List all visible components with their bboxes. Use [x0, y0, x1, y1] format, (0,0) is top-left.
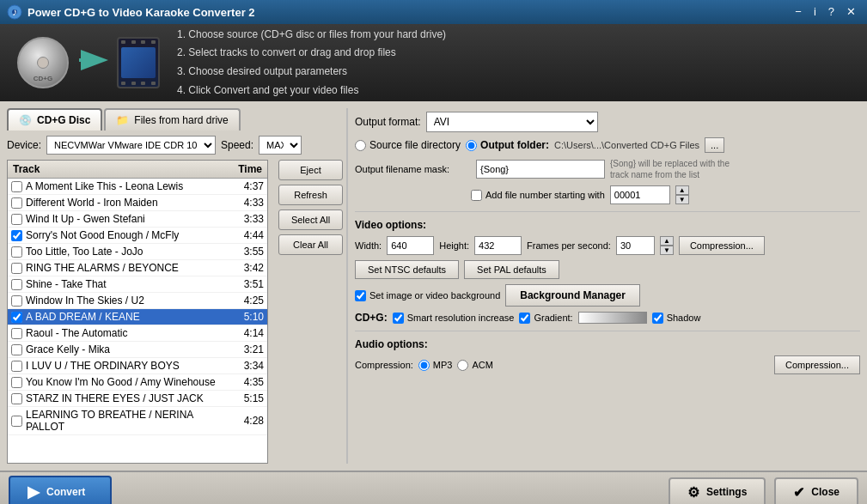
mask-input[interactable]	[476, 160, 605, 179]
track-time: 4:14	[234, 327, 264, 339]
file-number-checkbox[interactable]	[471, 190, 482, 201]
gradient-slider[interactable]	[578, 312, 647, 324]
track-checkbox[interactable]	[11, 416, 22, 427]
background-check-label[interactable]: Set image or video background	[355, 290, 500, 301]
source-dir-radio-label[interactable]: Source file directory	[355, 139, 461, 151]
track-item[interactable]: Shine - Take That 3:51	[8, 276, 267, 293]
fps-input[interactable]	[616, 236, 655, 255]
track-checkbox[interactable]	[11, 344, 22, 355]
track-item[interactable]: Different World - Iron Maiden 4:33	[8, 195, 267, 211]
background-checkbox[interactable]	[355, 290, 366, 301]
track-item[interactable]: Sorry's Not Good Enough / McFly 4:44	[8, 228, 267, 244]
track-name: STARZ IN THERE EYES / JUST JACK	[26, 392, 230, 404]
track-item[interactable]: A Moment Like This - Leona Lewis 4:37	[8, 179, 267, 195]
acm-radio[interactable]	[457, 360, 468, 371]
track-item[interactable]: STARZ IN THERE EYES / JUST JACK 5:15	[8, 391, 267, 407]
track-item[interactable]: I LUV U / THE ORDINARY BOYS 3:34	[8, 358, 267, 374]
gear-icon: ⚙	[687, 484, 699, 501]
track-checkbox[interactable]	[11, 263, 22, 274]
help-button[interactable]: ?	[824, 3, 839, 21]
browse-button[interactable]: ...	[705, 137, 724, 153]
gradient-label[interactable]: Gradient:	[519, 313, 572, 324]
ntsc-defaults-button[interactable]: Set NTSC defaults	[355, 260, 459, 279]
file-number-check-label[interactable]: Add file number starting with	[471, 190, 605, 201]
speed-label: Speed:	[221, 139, 253, 151]
audio-compression-button[interactable]: Compression...	[774, 355, 860, 374]
close-button[interactable]: ✔ Close	[774, 477, 858, 505]
track-checkbox[interactable]	[11, 197, 22, 209]
height-input[interactable]	[474, 236, 522, 255]
track-item[interactable]: A BAD DREAM / KEANE 5:10	[8, 309, 267, 325]
spin-up-btn[interactable]: ▲	[675, 185, 689, 195]
track-checkbox[interactable]	[11, 230, 22, 241]
close-window-button[interactable]: ✕	[842, 3, 860, 21]
width-input[interactable]	[387, 236, 434, 255]
select-all-button[interactable]: Select All	[278, 209, 343, 230]
mp3-radio[interactable]	[418, 360, 430, 371]
track-checkbox[interactable]	[11, 246, 22, 258]
file-number-spinner[interactable]: ▲ ▼	[675, 185, 689, 204]
track-name: Too Little, Too Late - JoJo	[26, 246, 230, 258]
info-button[interactable]: i	[809, 3, 821, 21]
output-format-select[interactable]: AVI	[426, 112, 598, 132]
eject-button[interactable]: Eject	[278, 160, 343, 180]
track-checkbox[interactable]	[11, 214, 22, 225]
track-item[interactable]: Grace Kelly - Mika 3:21	[8, 342, 267, 358]
fps-spinner[interactable]: ▲ ▼	[660, 236, 674, 255]
step-3: 3. Choose desired output parameters	[177, 63, 446, 82]
pal-defaults-button[interactable]: Set PAL defaults	[464, 260, 559, 279]
track-item[interactable]: LEARNING TO BREATHE / NERINA PALLOT 4:28	[8, 407, 267, 435]
tab-files-hard-drive[interactable]: 📁 Files from hard drive	[104, 108, 240, 131]
track-time: 3:21	[234, 343, 264, 355]
speed-select[interactable]: MAX	[259, 136, 302, 155]
track-time: 3:33	[234, 213, 264, 225]
gradient-checkbox[interactable]	[519, 313, 530, 324]
track-checkbox[interactable]	[11, 393, 22, 404]
track-checkbox[interactable]	[11, 295, 22, 307]
film-icon	[117, 37, 160, 88]
mp3-label[interactable]: MP3	[418, 360, 453, 371]
track-list-header: Track Time	[8, 161, 267, 179]
track-checkbox[interactable]	[11, 361, 22, 372]
track-checkbox[interactable]	[11, 312, 22, 323]
track-item[interactable]: Window In The Skies / U2 4:25	[8, 293, 267, 309]
track-item[interactable]: Wind It Up - Gwen Stefani 3:33	[8, 211, 267, 228]
smart-res-checkbox[interactable]	[393, 313, 404, 324]
smart-res-label[interactable]: Smart resolution increase	[393, 313, 515, 324]
output-format-label: Output format:	[355, 116, 421, 128]
fps-spin-down[interactable]: ▼	[660, 246, 674, 255]
acm-label[interactable]: ACM	[457, 360, 492, 371]
track-item[interactable]: Raoul - The Automatic 4:14	[8, 325, 267, 342]
track-checkbox[interactable]	[11, 328, 22, 339]
minimize-button[interactable]: −	[791, 3, 806, 21]
convert-button[interactable]: ▶ Convert	[9, 476, 112, 504]
track-item[interactable]: Too Little, Too Late - JoJo 3:55	[8, 244, 267, 260]
tab-cd-disc[interactable]: 💿 CD+G Disc	[7, 108, 102, 131]
cdg-row: CD+G: Smart resolution increase Gradient…	[355, 312, 860, 324]
shadow-checkbox[interactable]	[652, 313, 663, 324]
settings-button[interactable]: ⚙ Settings	[669, 477, 766, 505]
track-checkbox[interactable]	[11, 377, 22, 388]
clear-all-button[interactable]: Clear All	[278, 234, 343, 255]
spin-down-btn[interactable]: ▼	[675, 195, 689, 204]
height-label: Height:	[439, 240, 469, 251]
output-folder-radio-label[interactable]: Output folder:	[466, 139, 549, 151]
step-1: 1. Choose source (CD+G disc or files fro…	[177, 26, 446, 45]
background-row: Set image or video background Background…	[355, 284, 860, 307]
track-checkbox[interactable]	[11, 181, 22, 192]
refresh-button[interactable]: Refresh	[278, 185, 343, 205]
track-name: Grace Kelly - Mika	[26, 343, 230, 355]
track-item[interactable]: You Know I'm No Good / Amy Winehouse 4:3…	[8, 374, 267, 391]
track-item[interactable]: RING THE ALARMS / BEYONCE 3:42	[8, 260, 267, 276]
svg-text:♪: ♪	[12, 6, 17, 18]
shadow-label[interactable]: Shadow	[652, 313, 701, 324]
device-select[interactable]: NECVMWar VMware IDE CDR 10	[46, 136, 216, 155]
output-folder-radio[interactable]	[466, 140, 477, 151]
fps-spin-up[interactable]: ▲	[660, 236, 674, 246]
background-manager-button[interactable]: Background Manager	[505, 284, 640, 307]
track-list[interactable]: A Moment Like This - Leona Lewis 4:37 Di…	[8, 179, 267, 463]
source-dir-radio[interactable]	[355, 140, 366, 151]
file-number-input[interactable]	[610, 185, 670, 204]
video-compression-button[interactable]: Compression...	[679, 236, 765, 255]
track-checkbox[interactable]	[11, 279, 22, 290]
